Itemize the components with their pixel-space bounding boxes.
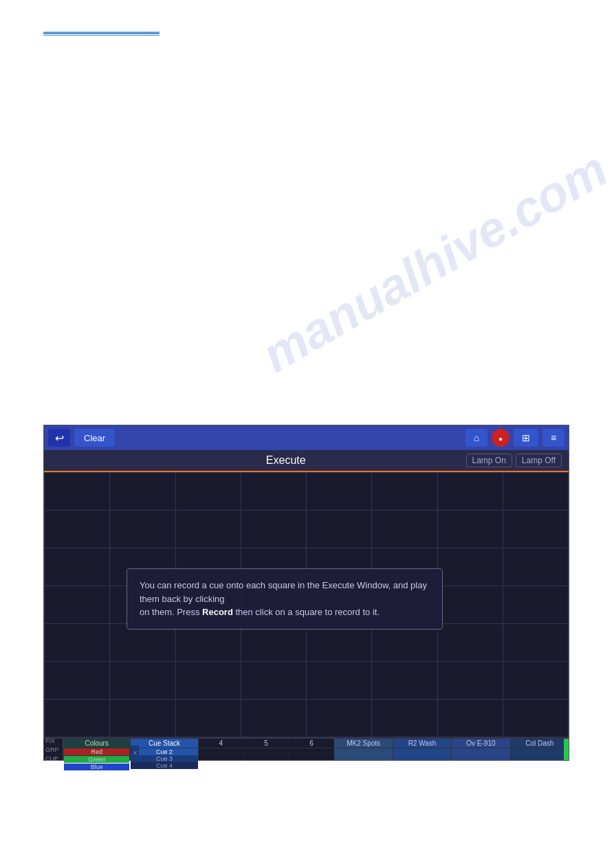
grid-cell[interactable] [503, 624, 568, 662]
grid-row [45, 511, 569, 548]
lamp-on-button[interactable]: Lamp On [466, 454, 512, 467]
grid-cell[interactable] [45, 548, 110, 586]
grid-cell[interactable] [437, 662, 503, 700]
tooltip-popup: You can record a cue onto each square in… [127, 568, 443, 630]
grid-row [45, 700, 569, 737]
colours-row-red[interactable]: Red [64, 748, 129, 755]
grid-cell[interactable] [175, 662, 241, 700]
ove910-column: Ov E-910 [452, 739, 510, 760]
back-button[interactable]: ↩ [48, 429, 70, 447]
colours-row-blue[interactable]: Blue [64, 764, 129, 770]
grid-cell[interactable] [175, 700, 241, 737]
grid-cell[interactable] [372, 511, 437, 548]
grid-icon [522, 432, 530, 443]
menu-icon: ≡ [551, 432, 556, 443]
top-link[interactable]: ▬▬▬▬▬▬▬▬▬▬▬▬▬ [43, 26, 160, 36]
grid-cell[interactable] [45, 511, 110, 548]
col4-column: 4 [199, 739, 244, 760]
grid-row [45, 624, 569, 662]
grid-cell[interactable] [241, 624, 306, 662]
grid-cell[interactable] [437, 586, 503, 624]
grid-cell[interactable] [372, 662, 437, 700]
grid-cell[interactable] [241, 473, 306, 511]
grid-cell[interactable] [45, 624, 110, 662]
menu-button[interactable]: ≡ [542, 429, 564, 447]
execute-grid: You can record a cue onto each square in… [44, 472, 569, 737]
grid-cell[interactable] [110, 700, 175, 737]
grid-cell[interactable] [307, 700, 372, 737]
grid-row [45, 662, 569, 700]
cue-stack-header: Cue Stack [131, 739, 197, 748]
grid-cell[interactable] [45, 586, 110, 624]
col4-header: 4 [199, 739, 243, 748]
back-icon: ↩ [55, 432, 64, 445]
grid-cell[interactable] [437, 624, 503, 662]
grid-cell[interactable] [110, 662, 175, 700]
tooltip-text3: then click on a square to record to it. [233, 607, 380, 617]
lamp-buttons: Lamp On Lamp Off [466, 454, 562, 467]
home-icon: ⌂ [474, 432, 479, 443]
colours-column: Colours Red Green Blue [63, 739, 131, 760]
grid-cell[interactable] [503, 511, 568, 548]
grid-cell[interactable] [307, 624, 372, 662]
title-bar: Execute Lamp On Lamp Off [44, 450, 569, 472]
grid-cell[interactable] [437, 700, 503, 737]
tooltip-text1: You can record a cue onto each square in… [140, 580, 427, 604]
col5-header: 5 [244, 739, 289, 748]
grid-cell[interactable] [45, 662, 110, 700]
execute-window: ↩ Clear ⌂ ≡ Execute Lamp On Lamp Off [43, 425, 569, 761]
grid-cell[interactable] [241, 662, 306, 700]
grid-cell[interactable] [437, 548, 503, 586]
home-button[interactable]: ⌂ [465, 429, 487, 447]
col5-column: 5 [244, 739, 289, 760]
coldash-header: Col Dash [511, 739, 569, 748]
grid-cell[interactable] [110, 511, 175, 548]
toolbar-right: ≡ [492, 429, 564, 447]
grid-cell[interactable] [241, 511, 306, 548]
clear-button[interactable]: Clear [74, 429, 115, 447]
record-button[interactable] [492, 429, 509, 447]
cuestack-row-0[interactable]: Cue 2 [131, 748, 197, 755]
record-icon [498, 433, 503, 443]
grid-cell[interactable] [307, 511, 372, 548]
r2wash-header: R2 Wash [393, 739, 451, 748]
grid-cell[interactable] [175, 511, 241, 548]
coldash-column: Col Dash [511, 739, 569, 760]
colours-row-green[interactable]: Green [64, 756, 129, 763]
grid-cell[interactable] [372, 624, 437, 662]
col6-header: 6 [289, 739, 334, 748]
grid-cell[interactable] [110, 624, 175, 662]
r2wash-column: R2 Wash [393, 739, 452, 760]
lamp-off-button[interactable]: Lamp Off [516, 454, 562, 467]
grid-cell[interactable] [307, 473, 372, 511]
grid-cell[interactable] [241, 700, 306, 737]
grid-cell[interactable] [110, 473, 175, 511]
cue-stack-column: Cue Stack Cue 2 Cue 3 Cue 4 X [131, 739, 198, 760]
grid-cell[interactable] [45, 700, 110, 737]
colours-header: Colours [63, 739, 130, 748]
grid-cell[interactable] [437, 511, 503, 548]
grid-cell[interactable] [175, 624, 241, 662]
grid-cell[interactable] [45, 473, 110, 511]
cuestack-row-2[interactable]: Cue 4 [131, 762, 197, 769]
grid-row [45, 473, 569, 511]
grid-cell[interactable] [437, 473, 503, 511]
grid-cell[interactable] [503, 548, 568, 586]
cuestack-row-1[interactable]: Cue 3 [131, 755, 197, 762]
grid-cell[interactable] [503, 700, 568, 737]
fix-label: FIX [44, 737, 63, 746]
watermark: manualhive.com [252, 140, 614, 383]
grid-cell[interactable] [503, 473, 568, 511]
grid-cell[interactable] [372, 473, 437, 511]
grid-cell[interactable] [175, 473, 241, 511]
grid-cell[interactable] [372, 700, 437, 737]
window-title: Execute [106, 454, 466, 467]
grid-view-button[interactable] [514, 429, 538, 447]
grid-cell[interactable] [307, 662, 372, 700]
tooltip-bold: Record [202, 607, 233, 617]
grid-cell[interactable] [503, 662, 568, 700]
col6-column: 6 [289, 739, 335, 760]
mk2spots-column: MK2 Spots [334, 739, 393, 760]
ove910-header: Ov E-910 [452, 739, 509, 748]
grid-cell[interactable] [503, 586, 568, 624]
